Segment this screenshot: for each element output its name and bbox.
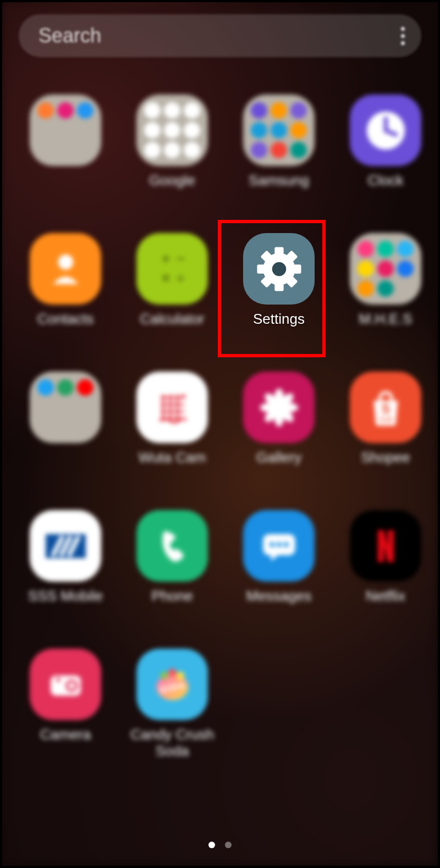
app-drawer-screen: Search GoogleSamsungClockContacts+−×÷Cal… [2,2,438,866]
app-label: Clock [367,173,403,189]
phone-icon [136,510,208,582]
app-label: Phone [151,588,193,605]
candy-icon: SODA [136,649,208,720]
svg-text:+: + [161,250,170,267]
folder-mhes[interactable]: M.H.E.S [339,233,432,328]
svg-point-3 [58,255,73,269]
clock-icon [350,95,421,166]
wuta-icon [136,372,208,443]
calc-icon: +−×÷ [136,233,208,305]
svg-text:÷: ÷ [176,269,184,286]
folder-icon [30,95,101,166]
netflix-icon [350,510,421,582]
app-sss-mobile[interactable]: SSS Mobile [19,510,112,605]
svg-point-35 [283,542,288,547]
app-label: Samsung [249,173,309,189]
app-calculator[interactable]: +−×÷Calculator [125,233,219,328]
page-indicator[interactable] [2,842,438,848]
svg-point-18 [181,394,185,398]
app-candy-crush-soda[interactable]: SODACandy Crush Soda [125,649,219,760]
svg-rect-15 [257,264,265,273]
message-icon [243,510,315,582]
app-settings[interactable]: Settings [232,233,326,328]
svg-point-39 [56,677,60,681]
svg-point-34 [276,542,281,547]
app-label: SSS Mobile [28,588,103,605]
app-label: Camera [40,727,91,743]
app-label: M.H.E.S [359,311,413,328]
folder-samsung[interactable]: Samsung [232,95,326,189]
svg-text:S: S [381,402,390,416]
folder-1[interactable] [19,95,112,189]
app-shopee[interactable]: S3.15Shopee [339,372,432,466]
app-label: Shopee [361,450,410,466]
folder-icon [136,95,208,166]
folder-icon [30,372,101,443]
svg-rect-9 [274,247,283,255]
svg-point-27 [274,402,284,412]
svg-text:×: × [161,269,170,286]
svg-rect-11 [293,264,301,273]
search-placeholder: Search [38,24,101,47]
app-label: Wuta Cam [139,450,206,466]
sss-icon [30,510,101,582]
app-camera[interactable]: Camera [19,649,112,760]
app-netflix[interactable]: Netflix [339,510,432,605]
svg-text:3.15: 3.15 [379,415,392,423]
svg-rect-13 [274,283,283,291]
app-label: Google [149,173,195,189]
folder-icon [243,95,315,166]
app-messages[interactable]: Messages [232,510,326,605]
app-label: Messages [246,588,312,605]
person-icon [30,233,101,305]
svg-point-42 [160,671,168,679]
more-options-icon[interactable] [401,27,405,45]
app-clock[interactable]: Clock [339,95,432,189]
app-label: Gallery [256,450,301,466]
svg-point-38 [68,682,75,689]
svg-text:−: − [176,250,185,267]
svg-point-44 [176,671,184,679]
folder-2[interactable] [19,372,112,466]
app-phone[interactable]: Phone [125,510,219,605]
page-dot-1[interactable] [208,842,215,848]
app-wuta-cam[interactable]: Wuta Cam [125,372,219,466]
app-grid: GoogleSamsungClockContacts+−×÷Calculator… [19,95,421,760]
search-bar[interactable]: Search [19,14,421,57]
camera-icon [30,649,101,720]
app-label: Candy Crush Soda [125,727,219,760]
flower-icon [243,372,315,443]
app-label: Netflix [366,588,405,605]
app-contacts[interactable]: Contacts [19,233,112,328]
svg-point-33 [270,542,274,547]
svg-point-43 [168,668,177,677]
svg-point-17 [272,262,285,275]
app-label: Calculator [140,311,204,328]
shopee-icon: S3.15 [350,372,421,443]
gear-icon [243,233,315,305]
app-label: Contacts [37,311,94,328]
app-gallery[interactable]: Gallery [232,372,326,466]
page-dot-2[interactable] [225,842,232,848]
app-label: Settings [253,311,305,328]
folder-google[interactable]: Google [125,95,219,189]
folder-icon [350,233,421,305]
